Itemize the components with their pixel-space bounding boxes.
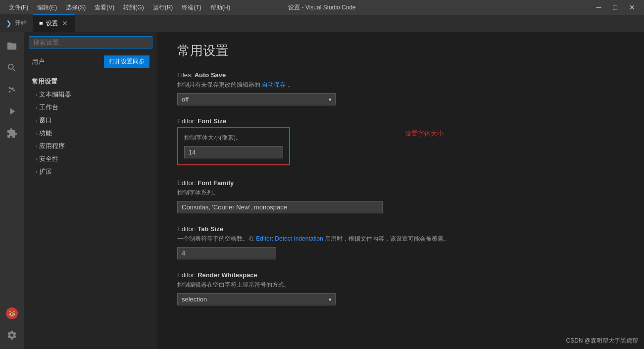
menu-view[interactable]: 查看(V) xyxy=(91,2,118,13)
nav-item-extensions[interactable]: › 扩展 xyxy=(24,165,157,178)
nav-item-label: 功能 xyxy=(39,129,52,138)
content-area: 常用设置 Files: Auto Save 控制具有未保存更改的编辑器的 自动保… xyxy=(157,32,644,349)
close-button[interactable]: ✕ xyxy=(625,2,639,12)
search-input[interactable] xyxy=(29,36,152,49)
avatar: 🐯 xyxy=(6,307,18,319)
maximize-button[interactable]: □ xyxy=(609,2,621,12)
setting-label-render-whitespace: Editor: Render Whitespace xyxy=(177,271,624,279)
sidebar: 用户 打开设置同步 常用设置 › 文本编辑器 › 工作台 › 窗口 › 功能 › xyxy=(24,32,157,349)
nav-item-label: 扩展 xyxy=(39,167,52,176)
watermark: CSDN @森明帮大于黑虎帮 xyxy=(566,337,638,345)
tab-start-label: 开始 xyxy=(15,19,27,27)
nav-item-text-editor[interactable]: › 文本编辑器 xyxy=(24,88,157,101)
activity-bar-bottom: 🐯 xyxy=(2,303,22,345)
tab-bar: ❯ 开始 ≡ 设置 ✕ xyxy=(0,15,644,32)
render-whitespace-select-wrapper: none boundary selection trailing all ▾ xyxy=(177,293,336,305)
tab-settings-label: 设置 xyxy=(46,19,58,28)
tab-settings[interactable]: ≡ 设置 ✕ xyxy=(33,14,75,32)
nav-item-label: 窗口 xyxy=(39,116,52,125)
title-bar: 文件(F) 编辑(E) 选择(S) 查看(V) 转到(G) 运行(R) 终端(T… xyxy=(0,0,644,15)
setting-label-auto-save: Files: Auto Save xyxy=(177,71,624,79)
window-controls: ─ □ ✕ xyxy=(593,2,639,12)
render-whitespace-select[interactable]: none boundary selection trailing all xyxy=(177,293,336,305)
activity-bar: 🐯 xyxy=(0,32,24,349)
font-size-box: 控制字体大小(像素)。 xyxy=(177,127,290,165)
detect-indentation-link[interactable]: Editor: Detect Indentation xyxy=(256,235,323,242)
chevron-icon: › xyxy=(36,118,37,123)
setting-files-auto-save: Files: Auto Save 控制具有未保存更改的编辑器的 自动保存 。 o… xyxy=(177,71,624,105)
user-section: 用户 打开设置同步 xyxy=(24,52,157,71)
setting-description-tab-size: 一个制表符等于的空格数。在 Editor: Detect Indentation… xyxy=(177,235,624,243)
settings-icon: ≡ xyxy=(39,20,43,27)
nav-item-label: 应用程序 xyxy=(39,142,65,150)
sync-settings-button[interactable]: 打开设置同步 xyxy=(104,55,149,68)
tab-start[interactable]: ❯ 开始 xyxy=(0,14,33,32)
nav-item-label: 安全性 xyxy=(39,154,58,163)
setting-label-font-size: Editor: Font Size xyxy=(177,117,624,125)
close-tab-button[interactable]: ✕ xyxy=(61,19,69,27)
menu-bar: 文件(F) 编辑(E) 选择(S) 查看(V) 转到(G) 运行(R) 终端(T… xyxy=(5,2,234,13)
setting-editor-tab-size: Editor: Tab Size 一个制表符等于的空格数。在 Editor: D… xyxy=(177,225,624,259)
activity-icon-run[interactable] xyxy=(2,101,22,121)
main-layout: 🐯 用户 打开设置同步 常用设置 › 文本编辑器 › 工作台 xyxy=(0,32,644,349)
chevron-icon: › xyxy=(36,105,37,110)
auto-save-select-wrapper: off afterDelay onFocusChange onWindowCha… xyxy=(177,93,336,105)
setting-editor-font-family: Editor: Font Family 控制字体系列。 xyxy=(177,179,624,213)
auto-save-select[interactable]: off afterDelay onFocusChange onWindowCha… xyxy=(177,93,336,105)
font-family-input[interactable] xyxy=(177,201,383,213)
setting-description-render-whitespace: 控制编辑器在空白字符上显示符号的方式。 xyxy=(177,281,624,289)
vscode-icon: ❯ xyxy=(6,19,12,27)
nav-item-workbench[interactable]: › 工作台 xyxy=(24,101,157,114)
activity-icon-explorer[interactable] xyxy=(2,36,22,56)
nav-item-window[interactable]: › 窗口 xyxy=(24,114,157,127)
nav-item-application[interactable]: › 应用程序 xyxy=(24,140,157,152)
setting-description-auto-save: 控制具有未保存更改的编辑器的 自动保存 。 xyxy=(177,81,624,89)
nav-item-label: 工作台 xyxy=(39,103,58,112)
menu-file[interactable]: 文件(F) xyxy=(5,2,32,13)
window-title: 设置 - Visual Studio Code xyxy=(288,3,356,12)
activity-icon-account[interactable]: 🐯 xyxy=(2,303,22,323)
search-box-container xyxy=(24,32,157,52)
chevron-icon: › xyxy=(36,131,37,136)
auto-save-link[interactable]: 自动保存 xyxy=(262,81,286,88)
tab-size-input[interactable] xyxy=(177,247,276,259)
chevron-icon: › xyxy=(36,169,37,175)
setting-label-font-family: Editor: Font Family xyxy=(177,179,624,187)
activity-icon-search[interactable] xyxy=(2,58,22,78)
nav-section-common[interactable]: 常用设置 xyxy=(24,75,157,88)
nav-item-features[interactable]: › 功能 xyxy=(24,127,157,140)
activity-icon-manage[interactable] xyxy=(2,325,22,345)
user-label: 用户 xyxy=(32,57,45,66)
setting-editor-render-whitespace: Editor: Render Whitespace 控制编辑器在空白字符上显示符… xyxy=(177,271,624,305)
menu-edit[interactable]: 编辑(E) xyxy=(33,2,61,13)
chevron-icon: › xyxy=(36,92,37,98)
setting-label-tab-size: Editor: Tab Size xyxy=(177,225,624,233)
activity-icon-extensions[interactable] xyxy=(2,123,22,143)
minimize-button[interactable]: ─ xyxy=(593,2,605,12)
nav-item-security[interactable]: › 安全性 xyxy=(24,152,157,165)
menu-select[interactable]: 选择(S) xyxy=(62,2,90,13)
font-size-annotation: 设置字体大小 xyxy=(405,129,444,138)
activity-icon-source-control[interactable] xyxy=(2,80,22,100)
menu-goto[interactable]: 转到(G) xyxy=(119,2,148,13)
chevron-icon: › xyxy=(36,144,37,149)
menu-terminal[interactable]: 终端(T) xyxy=(178,2,205,13)
chevron-icon: › xyxy=(36,156,37,162)
setting-description-font-family: 控制字体系列。 xyxy=(177,189,624,197)
font-size-input[interactable] xyxy=(184,146,283,158)
sidebar-nav: 常用设置 › 文本编辑器 › 工作台 › 窗口 › 功能 › 应用程序 xyxy=(24,73,157,180)
setting-description-font-size: 控制字体大小(像素)。 xyxy=(184,134,283,142)
menu-help[interactable]: 帮助(H) xyxy=(206,2,235,13)
setting-editor-font-size: Editor: Font Size 控制字体大小(像素)。 设置字体大小 xyxy=(177,117,624,167)
nav-item-label: 文本编辑器 xyxy=(39,90,71,99)
menu-run[interactable]: 运行(R) xyxy=(149,2,177,13)
page-title: 常用设置 xyxy=(177,42,624,59)
